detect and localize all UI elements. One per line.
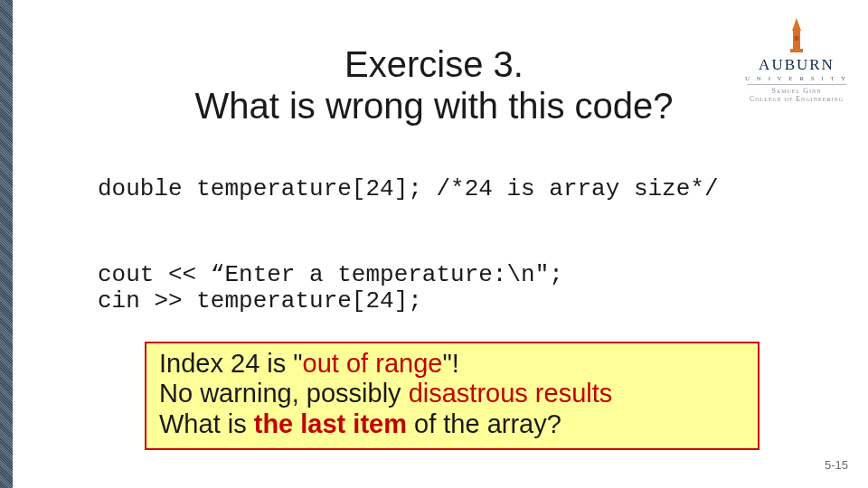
code-line-3: cin >> temperature[24]; xyxy=(98,287,422,314)
ans1-a: Index 24 is " xyxy=(159,349,303,378)
answer-line-1: Index 24 is "out of range"! xyxy=(159,349,745,379)
ans3-b: the last item xyxy=(254,409,407,438)
slide-number: 5-15 xyxy=(825,458,848,472)
ans2-b: disastrous results xyxy=(409,379,613,408)
ans3-a: What is xyxy=(159,409,254,438)
title-line-1: Exercise 3. xyxy=(0,43,868,85)
svg-rect-3 xyxy=(795,36,798,41)
answer-line-2: No warning, possibly disastrous results xyxy=(159,379,745,408)
ans1-b: out of range xyxy=(303,349,443,378)
ans1-c: "! xyxy=(442,349,458,378)
svg-marker-2 xyxy=(792,18,801,31)
code-line-2: cout << “Enter a temperature:\n"; xyxy=(98,261,563,288)
answer-box: Index 24 is "out of range"! No warning, … xyxy=(145,342,760,450)
title-line-2: What is wrong with this code? xyxy=(0,85,868,127)
code-snippet-io: cout << “Enter a temperature:\n"; cin >>… xyxy=(98,262,563,314)
ans2-a: No warning, possibly xyxy=(159,379,409,408)
slide-title: Exercise 3. What is wrong with this code… xyxy=(0,43,868,127)
ans3-c: of the array? xyxy=(407,409,561,438)
code-snippet-declaration: double temperature[24]; /*24 is array si… xyxy=(98,176,719,202)
answer-line-3: What is the last item of the array? xyxy=(159,409,745,439)
